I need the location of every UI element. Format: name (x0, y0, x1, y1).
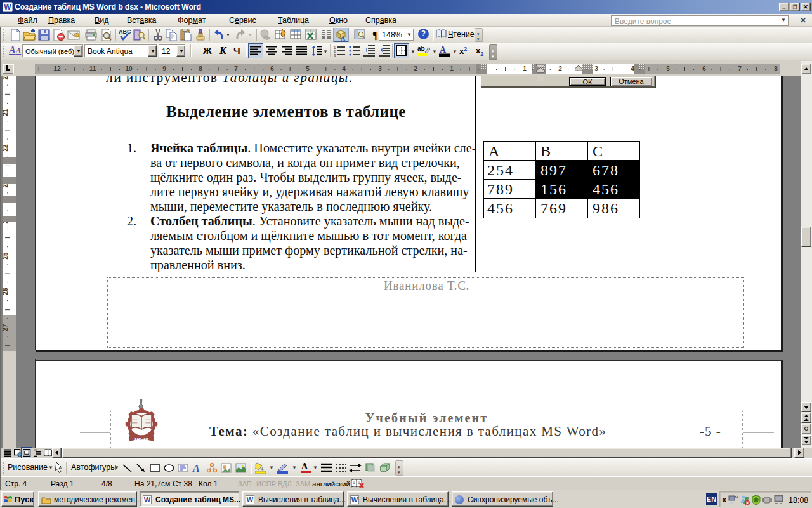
svg-text:ab: ab (417, 45, 425, 52)
svg-text:4: 4 (631, 65, 634, 72)
svg-text:1: 1 (450, 65, 454, 72)
svg-text:10: 10 (125, 65, 133, 72)
svg-text:ПЛ-10: ПЛ-10 (134, 436, 148, 442)
svg-text:2: 2 (558, 65, 562, 72)
svg-text:3: 3 (334, 53, 336, 57)
svg-text:27: 27 (2, 324, 9, 331)
svg-text:A: A (192, 463, 200, 474)
svg-text:22: 22 (2, 144, 9, 152)
svg-text:3: 3 (594, 65, 598, 72)
svg-text:9: 9 (162, 65, 166, 72)
svg-text:6: 6 (702, 65, 706, 72)
svg-text:8: 8 (774, 65, 778, 72)
svg-text:26: 26 (2, 288, 9, 295)
svg-text:20: 20 (2, 76, 9, 80)
svg-text:6: 6 (270, 65, 274, 72)
svg-text:А: А (301, 462, 308, 471)
svg-text:4: 4 (342, 65, 346, 72)
svg-text:1: 1 (523, 65, 527, 72)
svg-text:A: A (440, 45, 447, 55)
svg-text:25: 25 (2, 252, 9, 260)
svg-text:11: 11 (89, 65, 96, 72)
svg-text:5: 5 (666, 65, 670, 72)
svg-text:3: 3 (378, 65, 382, 72)
svg-text:7: 7 (234, 65, 238, 72)
svg-text:7: 7 (738, 65, 742, 72)
svg-text:12: 12 (53, 65, 61, 72)
svg-text:2: 2 (414, 65, 417, 72)
svg-text:ABC: ABC (119, 29, 131, 35)
svg-text:21: 21 (2, 109, 9, 116)
svg-text:A: A (341, 35, 346, 42)
svg-text:¶: ¶ (372, 29, 378, 41)
svg-text:8: 8 (199, 65, 202, 72)
svg-text:5: 5 (306, 65, 310, 72)
